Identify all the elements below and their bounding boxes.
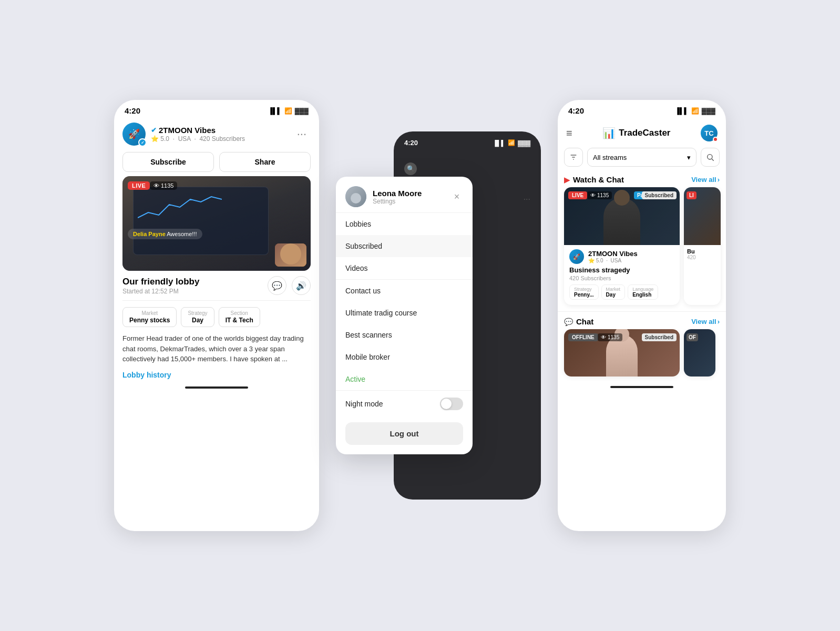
logout-button[interactable]: Log out (345, 422, 463, 445)
dark-status-bar: 4:20 ▐▌▌ 📶 ▓▓▓ (394, 131, 541, 147)
stream-card-2[interactable]: LI Bu 420 (684, 187, 721, 305)
divider-1 (122, 300, 311, 301)
live-badge: LIVE (128, 181, 150, 190)
settings-item-contact[interactable]: Contact us (336, 280, 473, 302)
dark-more: ··· (524, 195, 530, 204)
card-tag-strategy: Strategy Penny... (569, 284, 599, 300)
chat-card-2-offline: OF (687, 333, 698, 341)
home-indicator-3 (558, 381, 726, 392)
chat-card-offline-badge: OFFLINE (568, 333, 598, 341)
card-subs-1: 420 Subscribers (564, 275, 680, 284)
card-channel-avatar-1: 🚀 (569, 249, 584, 264)
chat-card-2[interactable]: OF (684, 329, 715, 376)
watch-chat-section-header: ▶ Watch & Chat View all › (558, 170, 726, 187)
chat-card-thumb-1: OFFLINE 👁 1135 Subscribed (564, 329, 680, 376)
chat-section: 💬 Chat View all › (558, 311, 726, 381)
watch-chat-view-all[interactable]: View all › (691, 176, 720, 184)
strategy-tag: Strategy Day (181, 307, 214, 327)
dark-search-icon: 🔍 (404, 162, 417, 175)
card2-subs: 420 (687, 255, 718, 260)
eye-icon-chat: 👁 (601, 334, 606, 340)
channel-meta: ⭐ 5.0 · USA · 420 Subscribers (151, 135, 288, 143)
battery-icon-3: ▓▓▓ (702, 107, 715, 115)
stream-card-thumb-2: LI (684, 187, 721, 245)
card-rating-stars: ⭐ (588, 258, 595, 263)
stream-cards-row: LIVE 👁 1135 Paid Subscribed 🚀 2TMOON Vib… (558, 187, 726, 309)
settings-user-info: Leona Moore Settings (373, 189, 422, 205)
share-button[interactable]: Share (219, 152, 311, 172)
filter-icon (569, 153, 578, 161)
eye-icon-1: 👁 (590, 192, 596, 198)
wifi-icon: 📶 (284, 107, 292, 115)
settings-close-button[interactable]: × (450, 190, 463, 203)
home-bar (185, 386, 248, 389)
settings-user-avatar (345, 186, 366, 207)
dark-nav-search: 🔍 (404, 162, 530, 175)
audio-icon-button[interactable]: 🔊 (292, 276, 311, 295)
notification-dot (713, 137, 718, 142)
card-channel-row-1: 🚀 2TMOON Vibes ⭐ 5.0 · USA (564, 245, 680, 266)
subscribe-button[interactable]: Subscribe (122, 152, 214, 172)
streams-dropdown[interactable]: All streams ▾ (587, 148, 696, 167)
chart-svg (138, 191, 222, 223)
home-indicator (114, 381, 319, 393)
filter-button[interactable] (564, 148, 583, 167)
chat-card-thumb-2: OF (684, 329, 715, 376)
market-tag: Market Penny stocks (122, 307, 177, 327)
chart-visual (134, 187, 268, 228)
settings-item-broker[interactable]: Mobile broker (336, 346, 473, 368)
hamburger-menu[interactable]: ≡ (566, 127, 572, 139)
card-channel-name-1: 2TMOON Vibes (588, 250, 638, 258)
search-button[interactable] (701, 148, 720, 167)
chat-icon-button[interactable]: 💬 (268, 276, 286, 295)
settings-item-active[interactable]: Active (336, 368, 473, 390)
settings-item-subscribed[interactable]: Subscribed (336, 235, 473, 257)
status-bar-1: 4:20 ▐▌▌ 📶 ▓▓▓ (114, 100, 319, 118)
chat-card-viewers: 👁 1135 (598, 333, 622, 341)
lobby-history-link[interactable]: Lobby history (114, 369, 319, 381)
viewer-count: 👁 1135 (150, 181, 177, 190)
chat-card-1[interactable]: OFFLINE 👁 1135 Subscribed (564, 329, 680, 376)
user-avatar-button[interactable]: TC (701, 125, 718, 141)
settings-item-trading-course[interactable]: Ultimate tradig course (336, 302, 473, 324)
more-options-button[interactable]: ··· (293, 125, 311, 143)
settings-item-scanners[interactable]: Best scanners (336, 324, 473, 346)
signal-icon-3: ▐▌▌ (675, 107, 689, 115)
channel-name: ✔ 2TMOON Vibes (151, 126, 288, 135)
card2-info: Bu 420 (684, 245, 721, 262)
chat-message: Delia Payne Awesome!!! (128, 229, 202, 239)
stream-card-thumb-1: LIVE 👁 1135 Paid Subscribed (564, 187, 680, 245)
settings-item-videos[interactable]: Videos (336, 257, 473, 279)
lobby-title: Our friendly lobby (122, 277, 199, 287)
chat-view-all[interactable]: View all › (691, 318, 720, 325)
profile-header: 🚀 ✓ ✔ 2TMOON Vibes ⭐ 5.0 · USA · 420 Sub… (114, 118, 319, 149)
dark-battery: ▓▓▓ (518, 140, 530, 146)
battery-icon: ▓▓▓ (295, 107, 309, 115)
chevron-down-icon: ▾ (687, 154, 691, 161)
card-live-badge-1: LIVE (568, 191, 587, 199)
section-tag: Section IT & Tech (219, 307, 260, 327)
action-buttons: Subscribe Share (114, 149, 319, 176)
status-icons-1: ▐▌▌ 📶 ▓▓▓ (268, 107, 309, 115)
card-channel-meta-1: ⭐ 5.0 · USA (588, 258, 638, 263)
chat-card-subscribed-badge: Subscribed (642, 333, 677, 341)
screen-visual (133, 187, 269, 255)
night-mode-toggle[interactable] (440, 398, 463, 410)
status-icons-3: ▐▌▌ 📶 ▓▓▓ (675, 107, 715, 115)
dark-time: 4:20 (404, 139, 418, 147)
lobby-started: Started at 12:52 PM (122, 288, 199, 295)
signal-icon: ▐▌▌ (268, 107, 282, 115)
settings-user-name: Leona Moore (373, 189, 422, 198)
settings-item-lobbies[interactable]: Lobbies (336, 213, 473, 235)
svg-line-4 (712, 159, 714, 161)
stream-card-1[interactable]: LIVE 👁 1135 Paid Subscribed 🚀 2TMOON Vib… (564, 187, 680, 305)
status-time-3: 4:20 (568, 106, 584, 115)
tradecaster-logo: 📊 TradeCaster (602, 127, 670, 139)
channel-description: Former Head trader of one of the worlds … (114, 329, 319, 369)
video-container: LIVE 👁 1135 Delia Payne Awesome!!! (122, 176, 311, 271)
lobby-icons: 💬 🔊 (268, 276, 311, 295)
status-time-1: 4:20 (125, 106, 140, 115)
rating-stars: ⭐ (151, 135, 159, 143)
chevron-right-icon: › (718, 176, 720, 184)
settings-panel: Leona Moore Settings × Lobbies Subscribe… (336, 177, 473, 454)
